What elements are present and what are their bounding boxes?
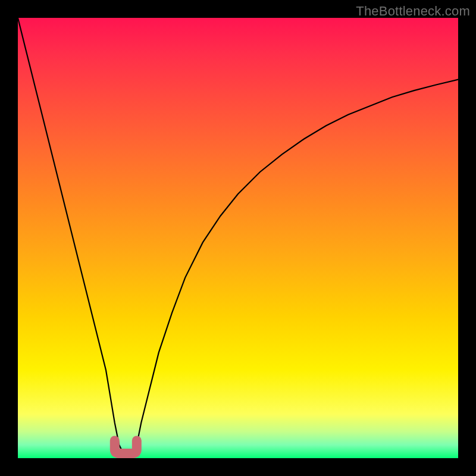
bottleneck-curve (18, 18, 458, 458)
curve-layer (18, 18, 458, 458)
chart-frame: TheBottleneck.com (0, 0, 476, 476)
watermark-text: TheBottleneck.com (356, 4, 470, 19)
minimum-marker (115, 440, 137, 453)
plot-area (18, 18, 458, 458)
